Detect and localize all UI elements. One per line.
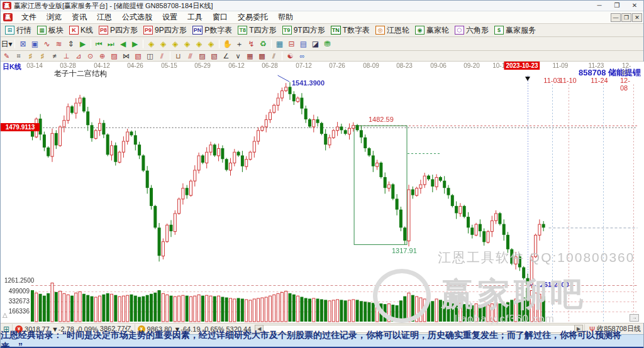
toolbar-button-1[interactable]: ▦板块 [35,24,67,36]
toolbar-button-5[interactable]: PNP数字表 [191,24,236,36]
toolbar-button-9[interactable]: ◎江恩轮 [374,24,413,36]
gann-diamond-icon[interactable]: ◈ [205,38,217,50]
check-tool-icon[interactable]: ∨ [232,52,244,61]
infinity-icon[interactable]: ∞ [296,52,308,61]
future-date-label: 12-08 [620,77,636,92]
toolbar-button-6[interactable]: T8T四方形 [236,24,279,36]
expand-toggle[interactable]: △ [3,312,8,318]
matrix-tool2-icon[interactable]: ▩ [256,52,268,61]
mdi-restore-button[interactable]: ❐ [621,13,631,22]
maximize-button[interactable]: ❐ [608,1,626,11]
gann-diamond-icon[interactable]: ◈ [181,38,193,50]
mdi-minimize-button[interactable]: — [611,13,621,22]
cycle-icon[interactable]: ♻ [257,38,269,50]
yinyang-icon[interactable]: ☯ [284,52,296,61]
toolbar-button-0[interactable]: ⊞行情 [3,24,35,36]
menu-item-1[interactable]: 浏览 [42,11,67,24]
menu-item-5[interactable]: 设置 [157,11,182,24]
prev-bar-icon[interactable]: ◀ [117,38,129,50]
ratio-tool-icon[interactable]: ⋈ [120,52,132,61]
trend-line-icon[interactable]: ↯ [245,38,257,50]
toolbar-button-2[interactable]: KK线 [67,24,96,36]
fan-lines-icon[interactable]: ⫽ [156,52,168,61]
hatch-tool-icon[interactable]: ▧ [132,52,144,61]
square-tool2-icon[interactable]: ▧ [208,52,220,61]
toolbar-button-12[interactable]: $赢家服务 [492,24,539,36]
chart-area[interactable]: 日K线 老子十二宫结构 858708 储能提锂 03-1403-2804-120… [1,62,644,323]
toolbar-button-label: T四方形 [249,25,276,36]
toolbar-button-10[interactable]: ◉赢家轮 [413,24,452,36]
toolbar-button-4[interactable]: P99P四方形 [142,24,190,36]
menu-bar: 赢 文件浏览资讯江恩公式选股设置工具窗口交易委托帮助 — ❐ ✕ [1,11,643,24]
first-bar-icon[interactable]: ⏮ [93,38,105,50]
pencil-icon[interactable]: ✎ [1,52,13,61]
gann-diamond-icon[interactable]: ◈ [145,38,157,50]
toolbar-button-3[interactable]: P8P四方形 [97,24,141,36]
toolbar-button-8[interactable]: TNT数字表 [329,24,373,36]
screenshot-icon[interactable]: ◪ [309,38,321,50]
vertical-line-icon[interactable]: ⊥ [60,52,72,61]
single-window-icon[interactable]: ▣ [29,38,41,50]
menu-item-7[interactable]: 窗口 [208,11,233,24]
angle-icon[interactable]: ∠ [220,52,232,61]
main-toolbar: ⊞行情▦板块KK线P8P四方形P99P四方形PNP数字表T8T四方形T99T四方… [1,24,643,37]
next-bar-icon[interactable]: ▶ [129,38,141,50]
date-axis-tick: 03-28 [60,62,76,69]
parallel-line-icon[interactable]: ≠ [48,52,60,61]
save-layout-icon[interactable]: ▤ [297,38,309,50]
calendar-icon[interactable]: ▦ [274,38,286,50]
minimize-button[interactable]: ─ [591,1,608,11]
date-axis-tick: 12-07 [622,62,637,76]
date-axis-tick: 06-12 [228,62,245,69]
calculator-icon[interactable]: ⊟ [286,38,297,50]
play-icon[interactable]: ▶ [77,38,89,50]
mini-scroll-button[interactable]: → [630,314,639,322]
hand-pan-icon[interactable]: ✋ [221,38,233,50]
line-chart-icon[interactable]: ∿ [41,38,53,50]
gann-diamond-icon[interactable]: ◈ [157,38,169,50]
window-grid-icon[interactable]: ⊠ [17,38,29,50]
grid-tool-icon[interactable]: ⌗ [13,52,25,61]
gann-diamond-icon[interactable]: ◈ [169,38,181,50]
angle-tool-icon[interactable]: ⊿ [72,52,84,61]
menu-item-2[interactable]: 资讯 [67,11,92,24]
period-label[interactable]: 日K线 [3,62,21,72]
split-box-icon[interactable]: ◫ [144,52,156,61]
gann-diamond-icon[interactable]: ◈ [193,38,205,50]
shade-tool-icon[interactable]: ▨ [108,52,120,61]
close-button[interactable]: ✕ [626,1,643,11]
square-tool-icon[interactable]: ▨ [196,52,208,61]
menu-item-4[interactable]: 公式选股 [117,11,157,24]
multi-line-icon[interactable]: ≋ [53,38,65,50]
slash-tool-icon[interactable]: ⫽ [268,52,280,61]
circle-tool-icon[interactable]: ⊙ [84,52,96,61]
app-logo-icon: 赢 [3,13,13,21]
toolbar-button-11[interactable]: ⬡六角形 [453,24,492,36]
menu-item-0[interactable]: 文件 [16,11,42,24]
menu-item-3[interactable]: 江恩 [92,11,117,24]
matrix-tool-icon[interactable]: ▦ [244,52,256,61]
data-export-icon[interactable]: ⛃ [321,38,333,50]
toolbar-separator [170,52,170,60]
period-day-icon[interactable]: 日▾ [1,38,13,50]
toolbar-chip-icon: ▦ [37,26,47,35]
gann-grid-icon[interactable]: ♯ [25,52,36,61]
menu-item-8[interactable]: 交易委托 [233,11,273,24]
center-tool-icon[interactable]: ⊕ [96,52,108,61]
toolbar-chip-icon: K [69,26,79,35]
menu-item-6[interactable]: 工具 [182,11,208,24]
bracket-tool-icon[interactable]: ⊔ [172,52,184,61]
date-axis-tick: 09-06 [430,62,447,69]
app-logo-icon: 赢 [3,2,11,9]
toolbar-separator [219,40,219,48]
gann-grid2-icon[interactable]: ♯ [36,52,48,61]
scale-icon[interactable]: ⇕ [65,38,77,50]
menu-item-9[interactable]: 帮助 [273,11,298,24]
last-bar-icon[interactable]: ⏭ [105,38,117,50]
window-title: 赢家江恩专业版[赢家服务平台] - [储能提锂 GN858708-184日K线] [14,1,213,11]
speed-lines-icon[interactable]: ⫻ [184,52,196,61]
mdi-close-button[interactable]: ✕ [632,13,642,22]
toolbar-button-7[interactable]: T99T四方形 [280,24,328,36]
crosshair-icon[interactable]: ＋ [233,38,245,50]
toolbar-chip-icon: $ [494,26,504,35]
